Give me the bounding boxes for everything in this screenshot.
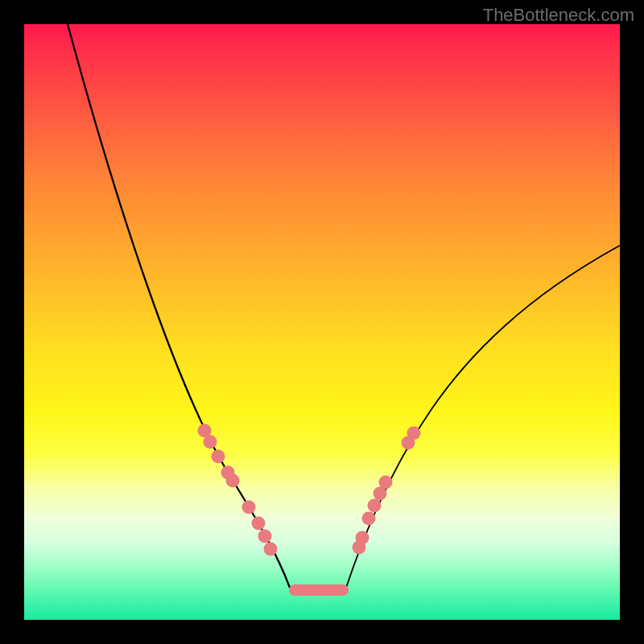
bottom-bar (289, 584, 349, 596)
data-point (356, 531, 369, 545)
data-point (242, 501, 256, 514)
chart-plot-area (24, 24, 620, 620)
data-point (212, 450, 225, 464)
watermark-text: TheBottleneck.com (483, 5, 634, 26)
data-point (264, 543, 278, 556)
data-point (258, 530, 272, 543)
left-curve (68, 24, 290, 588)
dots-right-group (353, 427, 421, 555)
data-point (368, 499, 382, 513)
data-point (204, 436, 217, 449)
right-curve (346, 246, 620, 588)
data-point (379, 476, 393, 489)
data-point (362, 512, 376, 526)
data-point (226, 474, 240, 488)
data-point (407, 427, 421, 440)
data-point (252, 517, 266, 530)
chart-svg (24, 24, 620, 620)
